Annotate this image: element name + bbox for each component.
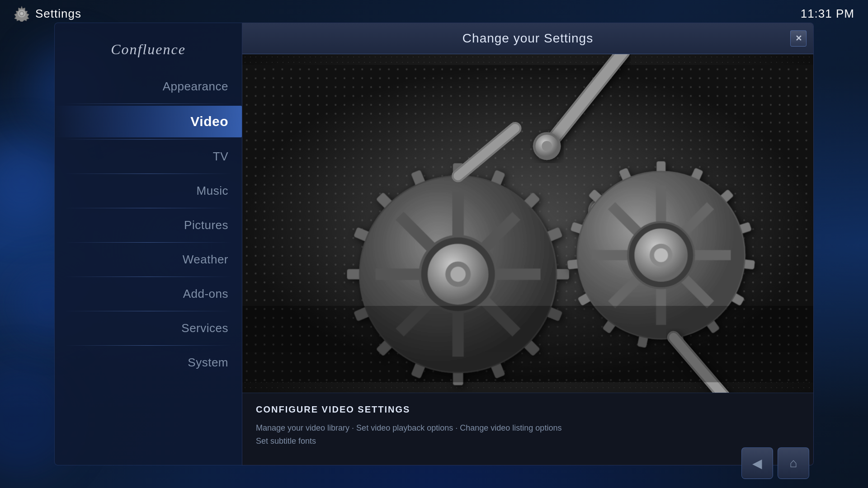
- svg-rect-70: [242, 306, 813, 382]
- nav-divider-8: [64, 345, 233, 346]
- settings-gear-icon: [14, 5, 30, 22]
- app-logo: Confluence: [111, 41, 186, 58]
- topbar-title: Settings: [35, 7, 81, 21]
- sidebar-item-video[interactable]: Video: [55, 106, 242, 137]
- sidebar-item-addons[interactable]: Add-ons: [55, 279, 242, 309]
- main-content: Change your Settings ✕: [242, 23, 814, 465]
- clock: 11:31 PM: [801, 7, 854, 21]
- gears-illustration: [242, 54, 813, 393]
- nav-divider-6: [64, 277, 233, 277]
- close-button[interactable]: ✕: [790, 30, 807, 47]
- topbar: Settings 11:31 PM: [0, 0, 868, 27]
- sidebar-item-tv[interactable]: TV: [55, 141, 242, 172]
- nav-divider-1: [64, 103, 233, 104]
- sidebar-item-system[interactable]: System: [55, 347, 242, 378]
- home-button[interactable]: ⌂: [778, 447, 809, 479]
- svg-point-62: [654, 248, 668, 262]
- info-desc-line2: Set subtitle fonts: [256, 436, 316, 446]
- svg-point-35: [450, 267, 466, 282]
- bottom-navigation: ◀ ⌂: [741, 447, 809, 479]
- sidebar-item-appearance[interactable]: Appearance: [55, 71, 242, 102]
- settings-dialog: Confluence Appearance Video TV Music Pic…: [54, 23, 814, 465]
- sidebar-item-music[interactable]: Music: [55, 176, 242, 206]
- svg-point-2: [20, 12, 23, 15]
- gear-visual-area: [242, 54, 813, 393]
- nav-divider-7: [64, 311, 233, 311]
- sidebar-item-weather[interactable]: Weather: [55, 244, 242, 275]
- nav-divider-2: [64, 139, 233, 140]
- nav-divider-5: [64, 242, 233, 243]
- topbar-left: Settings: [14, 5, 81, 22]
- sidebar-item-services[interactable]: Services: [55, 313, 242, 343]
- sidebar-item-pictures[interactable]: Pictures: [55, 210, 242, 240]
- info-desc-line1: Manage your video library · Set video pl…: [256, 423, 561, 432]
- back-button[interactable]: ◀: [741, 447, 773, 479]
- svg-point-10: [542, 141, 552, 151]
- info-panel: CONFIGURE VIDEO SETTINGS Manage your vid…: [242, 393, 813, 465]
- nav-divider-4: [64, 208, 233, 208]
- info-description: Manage your video library · Set video pl…: [256, 422, 800, 448]
- info-title: CONFIGURE VIDEO SETTINGS: [256, 404, 800, 415]
- sidebar: Confluence Appearance Video TV Music Pic…: [54, 23, 242, 465]
- nav-divider-3: [64, 174, 233, 174]
- logo-container: Confluence: [55, 32, 242, 71]
- dialog-title: Change your Settings: [462, 31, 593, 46]
- dialog-header: Change your Settings ✕: [242, 23, 813, 54]
